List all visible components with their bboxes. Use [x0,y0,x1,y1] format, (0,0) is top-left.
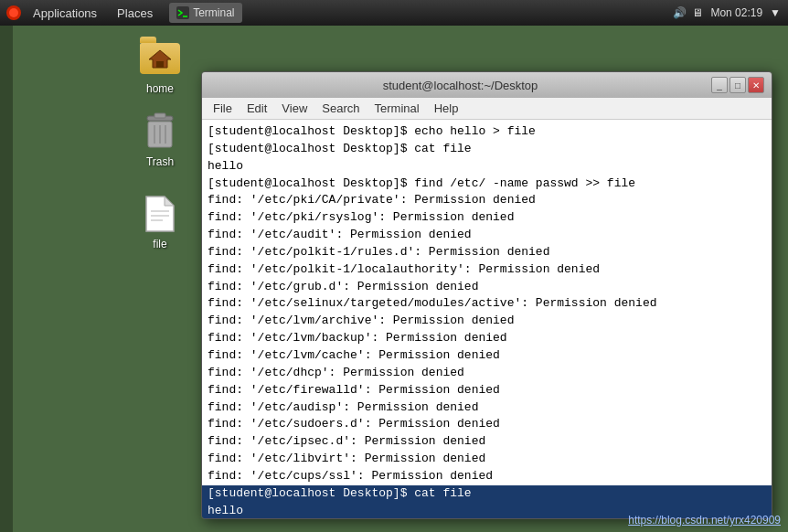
home-icon-label: home [146,82,174,95]
terminal-line-2: hello [208,158,766,176]
svg-rect-7 [154,113,165,118]
taskbar: Applications Places Terminal 🔊 🖥 Mon 02:… [0,0,788,26]
desktop-icon-trash[interactable]: Trash [128,110,192,168]
terminal-line-10: find: '/etc/selinux/targeted/modules/act… [208,295,766,313]
terminal-line-18: find: '/etc/ipsec.d': Permission denied [208,433,766,451]
taskbar-time: Mon 02:19 [710,6,762,19]
file-icon-image [138,192,182,236]
minimize-button[interactable]: _ [711,77,728,93]
menu-terminal[interactable]: Terminal [367,99,427,119]
terminal-line-13: find: '/etc/lvm/cache': Permission denie… [208,347,766,365]
svg-point-1 [9,8,18,17]
highlighted-line-0: [student@localhost Desktop]$ cat file [202,485,772,503]
terminal-line-12: find: '/etc/lvm/backup': Permission deni… [208,330,766,347]
terminal-line-16: find: '/etc/audisp': Permission denied [208,399,766,417]
terminal-line-14: find: '/etc/dhcp': Permission denied [208,365,766,382]
terminal-window: student@localhost:~/Desktop _ □ ✕ File E… [201,71,772,519]
app-icon [4,3,24,23]
terminal-line-20: find: '/etc/cups/ssl': Permission denied [208,468,766,485]
maximize-button[interactable]: □ [729,77,746,93]
svg-rect-5 [156,61,164,68]
trash-icon-image [138,110,182,154]
taskbar-right: 🔊 🖥 Mon 02:19 ▼ [673,6,788,19]
terminal-line-3: [student@localhost Desktop]$ find /etc/ … [208,176,766,193]
terminal-line-19: find: '/etc/libvirt': Permission denied [208,451,766,468]
terminal-line-17: find: '/etc/sudoers.d': Permission denie… [208,416,766,433]
menu-view[interactable]: View [274,99,314,119]
side-panel [0,26,13,532]
terminal-line-6: find: '/etc/audit': Permission denied [208,227,766,244]
window-controls: _ □ ✕ [711,77,764,93]
close-button[interactable]: ✕ [748,77,764,93]
terminal-line-8: find: '/etc/polkit-1/localauthority': Pe… [208,261,766,279]
trash-icon-label: Trash [146,155,174,168]
menu-help[interactable]: Help [427,99,466,119]
taskbar-system-icons: 🔊 🖥 [673,6,703,19]
terminal-title: student@localhost:~/Desktop [209,79,711,92]
terminal-line-11: find: '/etc/lvm/archive': Permission den… [208,313,766,330]
terminal-menubar: File Edit View Search Terminal Help [202,98,772,120]
terminal-line-0: [student@localhost Desktop]$ echo hello … [208,123,766,141]
terminal-line-1: [student@localhost Desktop]$ cat file [208,141,766,158]
terminal-line-9: find: '/etc/grub.d': Permission denied [208,279,766,296]
terminal-btn-label: Terminal [193,6,234,19]
taskbar-user: ▼ [770,6,781,19]
file-icon-label: file [153,238,166,250]
menu-search[interactable]: Search [314,99,367,119]
terminal-line-15: find: '/etc/firewalld': Permission denie… [208,382,766,399]
menu-edit[interactable]: Edit [240,99,274,119]
menu-file[interactable]: File [206,99,240,119]
taskbar-applications[interactable]: Applications [24,0,106,26]
network-icon[interactable]: 🖥 [692,6,703,19]
desktop-icon-file[interactable]: file [128,192,192,250]
terminal-line-5: find: '/etc/pki/rsyslog': Permission den… [208,209,766,227]
terminal-line-4: find: '/etc/pki/CA/private': Permission … [208,192,766,209]
taskbar-left: Applications Places Terminal [24,0,242,26]
terminal-titlebar: student@localhost:~/Desktop _ □ ✕ [202,72,772,98]
volume-icon[interactable]: 🔊 [673,6,687,19]
taskbar-places[interactable]: Places [108,0,162,26]
home-icon-image [138,37,182,80]
taskbar-terminal-btn[interactable]: Terminal [169,3,241,23]
svg-marker-13 [165,197,174,206]
terminal-line-7: find: '/etc/polkit-1/rules.d': Permissio… [208,244,766,261]
watermark[interactable]: https://blog.csdn.net/yrx420909 [628,514,781,527]
terminal-content[interactable]: [student@localhost Desktop]$ echo hello … [202,120,772,518]
desktop-icon-home[interactable]: home [128,37,192,95]
